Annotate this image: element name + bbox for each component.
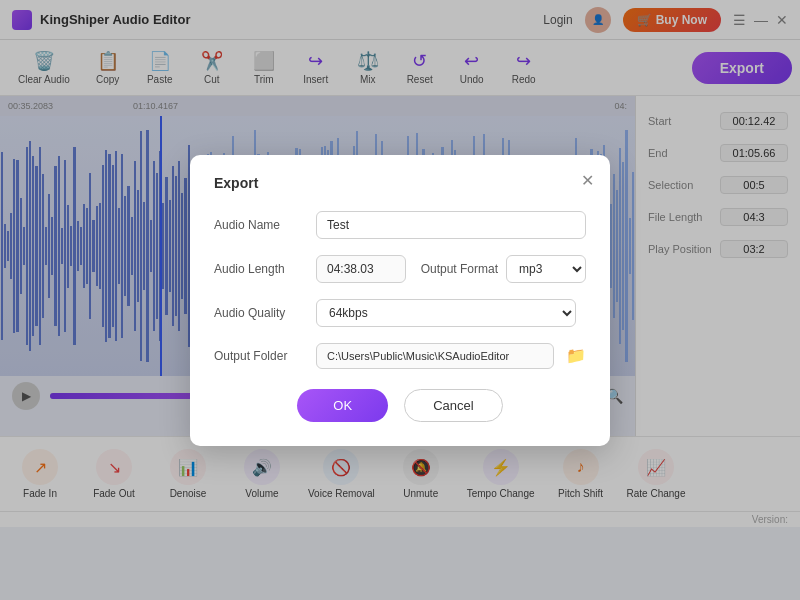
modal-overlay: Export ✕ Audio Name Audio Length 04:38.0… [0, 0, 800, 600]
output-format-label: Output Format [421, 262, 498, 276]
audio-quality-label: Audio Quality [214, 306, 304, 320]
modal-title: Export [214, 175, 586, 191]
modal-audio-name-field: Audio Name [214, 211, 586, 239]
cancel-button[interactable]: Cancel [404, 389, 502, 422]
modal-folder-row: Output Folder 📁 [214, 343, 586, 369]
export-modal: Export ✕ Audio Name Audio Length 04:38.0… [190, 155, 610, 446]
audio-length-value: 04:38.03 [316, 255, 406, 283]
ok-button[interactable]: OK [297, 389, 388, 422]
output-format-select[interactable]: mp3wavaacflacogg [506, 255, 586, 283]
browse-folder-button[interactable]: 📁 [566, 346, 586, 365]
output-folder-label: Output Folder [214, 349, 304, 363]
audio-name-input[interactable] [316, 211, 586, 239]
modal-close-button[interactable]: ✕ [581, 171, 594, 190]
modal-buttons: OK Cancel [214, 389, 586, 422]
modal-quality-row: Audio Quality 64kbps128kbps192kbps320kbp… [214, 299, 586, 327]
audio-name-label: Audio Name [214, 218, 304, 232]
output-format-group: Output Format mp3wavaacflacogg [421, 255, 586, 283]
audio-quality-select[interactable]: 64kbps128kbps192kbps320kbps [316, 299, 576, 327]
audio-length-label: Audio Length [214, 262, 304, 276]
output-folder-input[interactable] [316, 343, 554, 369]
modal-length-format-row: Audio Length 04:38.03 Output Format mp3w… [214, 255, 586, 283]
